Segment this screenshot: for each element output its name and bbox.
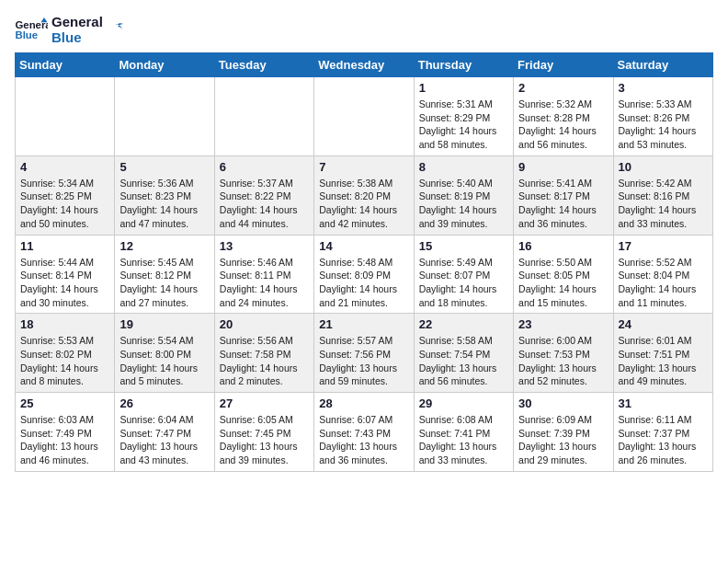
day-number: 4 — [20, 160, 109, 174]
day-number: 22 — [419, 317, 508, 331]
day-number: 23 — [518, 317, 608, 331]
svg-text:Blue: Blue — [16, 29, 39, 40]
calendar-cell: 16Sunrise: 5:50 AMSunset: 8:05 PMDayligh… — [514, 235, 613, 314]
calendar-week-5: 25Sunrise: 6:03 AMSunset: 7:49 PMDayligh… — [16, 393, 713, 472]
day-number: 14 — [319, 239, 408, 253]
calendar-cell — [16, 77, 115, 156]
day-number: 5 — [119, 160, 209, 174]
calendar-cell: 9Sunrise: 5:41 AMSunset: 8:17 PMDaylight… — [514, 155, 613, 235]
calendar-cell: 15Sunrise: 5:49 AMSunset: 8:07 PMDayligh… — [414, 235, 513, 314]
day-number: 10 — [619, 160, 708, 174]
calendar-cell: 25Sunrise: 6:03 AMSunset: 7:49 PMDayligh… — [16, 393, 115, 472]
calendar-cell: 3Sunrise: 5:33 AMSunset: 8:26 PMDaylight… — [613, 77, 712, 156]
day-number: 26 — [119, 396, 209, 410]
day-info: Sunrise: 5:45 AMSunset: 8:12 PMDaylight:… — [119, 256, 209, 310]
calendar-cell: 21Sunrise: 5:57 AMSunset: 7:56 PMDayligh… — [314, 314, 414, 393]
col-header-friday: Friday — [514, 53, 613, 77]
day-info: Sunrise: 5:42 AMSunset: 8:16 PMDaylight:… — [619, 177, 708, 231]
day-number: 8 — [419, 160, 508, 174]
day-number: 12 — [119, 239, 209, 253]
day-number: 20 — [220, 317, 309, 331]
calendar-cell: 1Sunrise: 5:31 AMSunset: 8:29 PMDaylight… — [414, 77, 513, 156]
calendar-cell: 24Sunrise: 6:01 AMSunset: 7:51 PMDayligh… — [613, 314, 712, 393]
day-number: 21 — [319, 317, 408, 331]
calendar-week-2: 4Sunrise: 5:34 AMSunset: 8:25 PMDaylight… — [16, 155, 713, 235]
day-info: Sunrise: 6:05 AMSunset: 7:45 PMDaylight:… — [220, 413, 309, 467]
day-info: Sunrise: 5:49 AMSunset: 8:07 PMDaylight:… — [419, 256, 508, 310]
day-info: Sunrise: 6:07 AMSunset: 7:43 PMDaylight:… — [319, 413, 408, 467]
calendar-cell: 11Sunrise: 5:44 AMSunset: 8:14 PMDayligh… — [16, 235, 115, 314]
calendar-cell: 29Sunrise: 6:08 AMSunset: 7:41 PMDayligh… — [414, 393, 513, 472]
day-number: 7 — [319, 160, 408, 174]
calendar-cell: 19Sunrise: 5:54 AMSunset: 8:00 PMDayligh… — [115, 314, 214, 393]
day-info: Sunrise: 5:32 AMSunset: 8:28 PMDaylight:… — [518, 98, 608, 152]
calendar-week-4: 18Sunrise: 5:53 AMSunset: 8:02 PMDayligh… — [16, 314, 713, 393]
calendar-cell — [214, 77, 313, 156]
day-number: 17 — [619, 239, 708, 253]
day-number: 29 — [419, 396, 508, 410]
calendar-cell: 31Sunrise: 6:11 AMSunset: 7:37 PMDayligh… — [613, 393, 712, 472]
calendar-cell: 18Sunrise: 5:53 AMSunset: 8:02 PMDayligh… — [16, 314, 115, 393]
day-info: Sunrise: 5:34 AMSunset: 8:25 PMDaylight:… — [20, 177, 109, 231]
day-info: Sunrise: 5:38 AMSunset: 8:20 PMDaylight:… — [319, 177, 408, 231]
day-info: Sunrise: 5:50 AMSunset: 8:05 PMDaylight:… — [518, 256, 608, 310]
col-header-thursday: Thursday — [414, 53, 513, 77]
day-info: Sunrise: 5:33 AMSunset: 8:26 PMDaylight:… — [619, 98, 708, 152]
day-number: 9 — [518, 160, 608, 174]
calendar-cell: 28Sunrise: 6:07 AMSunset: 7:43 PMDayligh… — [314, 393, 414, 472]
day-info: Sunrise: 5:57 AMSunset: 7:56 PMDaylight:… — [319, 334, 408, 388]
day-info: Sunrise: 5:48 AMSunset: 8:09 PMDaylight:… — [319, 256, 408, 310]
calendar-cell: 22Sunrise: 5:58 AMSunset: 7:54 PMDayligh… — [414, 314, 513, 393]
calendar-table: SundayMondayTuesdayWednesdayThursdayFrid… — [15, 52, 713, 472]
day-info: Sunrise: 6:11 AMSunset: 7:37 PMDaylight:… — [619, 413, 708, 467]
calendar-week-3: 11Sunrise: 5:44 AMSunset: 8:14 PMDayligh… — [16, 235, 713, 314]
logo-blue: Blue — [51, 30, 103, 46]
day-info: Sunrise: 5:56 AMSunset: 7:58 PMDaylight:… — [220, 334, 309, 388]
calendar-cell: 5Sunrise: 5:36 AMSunset: 8:23 PMDaylight… — [115, 155, 214, 235]
day-number: 11 — [20, 239, 109, 253]
day-number: 31 — [619, 396, 708, 410]
calendar-cell: 13Sunrise: 5:46 AMSunset: 8:11 PMDayligh… — [214, 235, 313, 314]
day-info: Sunrise: 5:54 AMSunset: 8:00 PMDaylight:… — [119, 334, 209, 388]
day-info: Sunrise: 6:09 AMSunset: 7:39 PMDaylight:… — [518, 413, 608, 467]
day-number: 1 — [419, 81, 508, 95]
day-number: 2 — [518, 81, 608, 95]
calendar-cell: 30Sunrise: 6:09 AMSunset: 7:39 PMDayligh… — [514, 393, 613, 472]
calendar-cell: 17Sunrise: 5:52 AMSunset: 8:04 PMDayligh… — [613, 235, 712, 314]
day-number: 15 — [419, 239, 508, 253]
calendar-cell — [115, 77, 214, 156]
calendar-cell: 14Sunrise: 5:48 AMSunset: 8:09 PMDayligh… — [314, 235, 414, 314]
col-header-sunday: Sunday — [16, 53, 115, 77]
page-header: General Blue General Blue — [15, 15, 713, 45]
day-info: Sunrise: 5:36 AMSunset: 8:23 PMDaylight:… — [119, 177, 209, 231]
day-info: Sunrise: 5:58 AMSunset: 7:54 PMDaylight:… — [419, 334, 508, 388]
logo-general: General — [51, 15, 103, 30]
day-number: 30 — [518, 396, 608, 410]
day-info: Sunrise: 5:37 AMSunset: 8:22 PMDaylight:… — [220, 177, 309, 231]
col-header-monday: Monday — [115, 53, 214, 77]
day-number: 18 — [20, 317, 109, 331]
day-number: 19 — [119, 317, 209, 331]
calendar-cell: 20Sunrise: 5:56 AMSunset: 7:58 PMDayligh… — [214, 314, 313, 393]
day-info: Sunrise: 5:53 AMSunset: 8:02 PMDaylight:… — [20, 334, 109, 388]
calendar-cell — [314, 77, 414, 156]
calendar-cell: 27Sunrise: 6:05 AMSunset: 7:45 PMDayligh… — [214, 393, 313, 472]
day-number: 13 — [220, 239, 309, 253]
day-info: Sunrise: 6:08 AMSunset: 7:41 PMDaylight:… — [419, 413, 508, 467]
day-number: 27 — [220, 396, 309, 410]
logo: General Blue General Blue — [15, 15, 123, 45]
day-info: Sunrise: 5:44 AMSunset: 8:14 PMDaylight:… — [20, 256, 109, 310]
day-info: Sunrise: 5:52 AMSunset: 8:04 PMDaylight:… — [619, 256, 708, 310]
col-header-wednesday: Wednesday — [314, 53, 414, 77]
day-number: 16 — [518, 239, 608, 253]
day-info: Sunrise: 6:00 AMSunset: 7:53 PMDaylight:… — [518, 334, 608, 388]
calendar-week-1: 1Sunrise: 5:31 AMSunset: 8:29 PMDaylight… — [16, 77, 713, 156]
day-number: 25 — [20, 396, 109, 410]
col-header-tuesday: Tuesday — [214, 53, 313, 77]
calendar-cell: 26Sunrise: 6:04 AMSunset: 7:47 PMDayligh… — [115, 393, 214, 472]
logo-icon: General Blue — [15, 17, 48, 43]
calendar-cell: 12Sunrise: 5:45 AMSunset: 8:12 PMDayligh… — [115, 235, 214, 314]
day-info: Sunrise: 6:04 AMSunset: 7:47 PMDaylight:… — [119, 413, 209, 467]
day-number: 3 — [619, 81, 708, 95]
day-number: 24 — [619, 317, 708, 331]
